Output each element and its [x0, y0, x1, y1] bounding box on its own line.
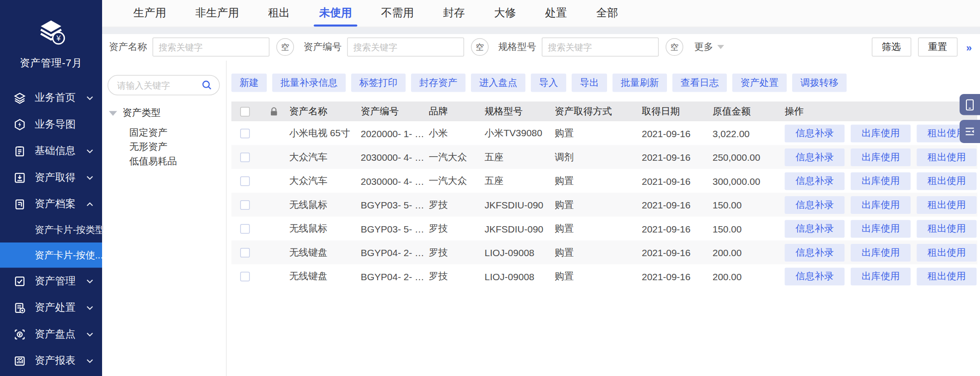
tab-item[interactable]: 不需用 [381, 0, 414, 27]
toolbar-button[interactable]: 进入盘点 [471, 74, 525, 92]
tab-item[interactable]: 非生产用 [196, 0, 239, 27]
toolbar-button[interactable]: 新建 [231, 74, 267, 92]
reset-button[interactable]: 重置 [918, 38, 957, 57]
cell-brand: 罗技 [429, 270, 485, 282]
rent-out-use-button[interactable]: 租出使用 [917, 220, 977, 237]
rent-out-use-button[interactable]: 租出使用 [917, 172, 977, 190]
tab-item[interactable]: 生产用 [133, 0, 166, 27]
cell-acquire-method: 购置 [555, 270, 642, 282]
empty-toggle-asset-code[interactable]: 空 [471, 38, 489, 56]
sidebar-subitem-card-by-type[interactable]: 资产卡片-按类型 [0, 218, 102, 243]
row-checkbox[interactable] [240, 200, 250, 209]
sidebar-item-asset-inventory[interactable]: 资产盘点 [0, 321, 102, 348]
toolbar-button[interactable]: 封存资产 [411, 74, 466, 92]
tree-item[interactable]: 固定资产 [129, 125, 220, 140]
rent-out-use-button[interactable]: 租出使用 [917, 267, 977, 285]
tree-item[interactable]: 低值易耗品 [129, 154, 220, 168]
cell-asset-code: BGYP04- 2- 2… [361, 271, 429, 282]
row-checkbox[interactable] [240, 152, 250, 162]
info-supplement-button[interactable]: 信息补录 [785, 148, 845, 166]
rent-out-use-button[interactable]: 租出使用 [917, 148, 977, 166]
toolbar-button[interactable]: 资产处置 [732, 74, 787, 92]
toolbar-button[interactable]: 查看日志 [672, 74, 727, 92]
toolbar-button[interactable]: 导入 [531, 74, 566, 92]
asset-name-input[interactable] [152, 38, 270, 57]
row-checkbox[interactable] [240, 272, 250, 281]
toolbar-button[interactable]: 导出 [572, 74, 607, 92]
collapse-panel-button[interactable] [960, 120, 980, 143]
chevron-down-icon [86, 277, 94, 285]
content-area: 资产类型 固定资产无形资产低值易耗品 新建批量补录信息标签打印封存资产进入盘点导… [102, 61, 980, 376]
info-supplement-button[interactable]: 信息补录 [785, 243, 845, 261]
report-icon [14, 355, 26, 367]
table-row: 无线鼠标 BGYP03- 5- 2… 罗技 JKFSDIU-090 购置 202… [231, 193, 977, 217]
tab-item[interactable]: 租出 [268, 0, 290, 27]
sidebar-item-basic-info[interactable]: 基础信息 [0, 138, 102, 164]
sidebar-item-asset-dispose[interactable]: 资产处置 [0, 294, 102, 321]
cell-acquire-date: 2021-09-16 [642, 199, 713, 210]
clipboard-icon [14, 145, 26, 157]
row-checkbox[interactable] [240, 247, 250, 257]
tree-root-asset-type[interactable]: 资产类型 [108, 107, 220, 119]
info-supplement-button[interactable]: 信息补录 [785, 220, 845, 237]
outbound-use-button[interactable]: 出库使用 [851, 267, 911, 285]
cell-asset-name: 无线鼠标 [289, 223, 361, 235]
info-supplement-button[interactable]: 信息补录 [785, 196, 845, 213]
asset-code-input[interactable] [347, 38, 464, 57]
rent-out-use-button[interactable]: 租出使用 [917, 196, 977, 213]
empty-toggle-model[interactable]: 空 [666, 38, 683, 56]
outbound-use-button[interactable]: 出库使用 [851, 148, 911, 166]
filter-label-asset-name: 资产名称 [109, 41, 147, 53]
manage-icon [14, 275, 26, 287]
toolbar-button[interactable]: 调拨转移 [792, 74, 847, 92]
tab-item[interactable]: 处置 [545, 0, 567, 27]
info-supplement-button[interactable]: 信息补录 [785, 267, 845, 285]
chevron-down-icon [86, 303, 94, 312]
tab-item[interactable]: 大修 [494, 0, 516, 27]
outbound-use-button[interactable]: 出库使用 [851, 243, 911, 261]
tab-item[interactable]: 未使用 [319, 0, 352, 27]
sidebar-subitem-card-by-use[interactable]: 资产卡片-按使... [0, 242, 102, 268]
app-title: 资产管理-7月 [0, 57, 102, 70]
col-header-actions: 操作 [785, 105, 978, 118]
toolbar-button[interactable]: 批量补录信息 [272, 74, 346, 92]
model-input[interactable] [542, 38, 659, 57]
info-supplement-button[interactable]: 信息补录 [785, 124, 845, 142]
cell-original-amount: 150.00 [713, 199, 785, 210]
row-checkbox[interactable] [240, 129, 250, 138]
sidebar-item-asset-manage[interactable]: 资产管理 [0, 268, 102, 295]
status-tabbar: 生产用非生产用租出未使用不需用封存大修处置全部 [102, 0, 980, 27]
sidebar-item-business-home[interactable]: 业务首页 [0, 84, 102, 111]
cell-acquire-method: 购置 [555, 223, 642, 235]
filter-button[interactable]: 筛选 [872, 38, 911, 57]
sidebar-item-asset-archive[interactable]: 资产档案 [0, 191, 102, 218]
row-checkbox[interactable] [240, 224, 250, 233]
sidebar-item-asset-acquire[interactable]: 资产取得 [0, 164, 102, 191]
more-filters-button[interactable]: 更多 [694, 41, 724, 53]
toolbar-button[interactable]: 批量刷新 [612, 74, 667, 92]
outbound-use-button[interactable]: 出库使用 [851, 196, 911, 213]
rent-out-use-button[interactable]: 租出使用 [917, 243, 977, 261]
info-supplement-button[interactable]: 信息补录 [785, 172, 845, 190]
tab-item[interactable]: 封存 [443, 0, 465, 27]
tree-expander-icon [109, 111, 117, 116]
dispose-icon [14, 302, 26, 314]
sidebar-item-asset-report[interactable]: 资产报表 [0, 347, 102, 374]
cell-acquire-date: 2021-09-16 [642, 175, 713, 186]
mobile-view-button[interactable] [960, 94, 980, 115]
outbound-use-button[interactable]: 出库使用 [851, 172, 911, 190]
cell-original-amount: 300,000.00 [713, 175, 785, 186]
select-all-checkbox[interactable] [240, 107, 250, 116]
tree-item[interactable]: 无形资产 [129, 140, 220, 154]
tab-item[interactable]: 全部 [596, 0, 618, 27]
outbound-use-button[interactable]: 出库使用 [851, 124, 911, 142]
expand-filters-icon[interactable]: » [966, 41, 970, 53]
col-header-model: 规格型号 [485, 105, 555, 118]
empty-toggle-asset-name[interactable]: 空 [276, 38, 294, 56]
row-checkbox[interactable] [240, 176, 250, 186]
cell-brand: 罗技 [429, 246, 485, 258]
col-header-date: 取得日期 [642, 105, 713, 118]
sidebar-item-business-map[interactable]: 业务导图 [0, 111, 102, 138]
outbound-use-button[interactable]: 出库使用 [851, 220, 911, 237]
toolbar-button[interactable]: 标签打印 [351, 74, 406, 92]
